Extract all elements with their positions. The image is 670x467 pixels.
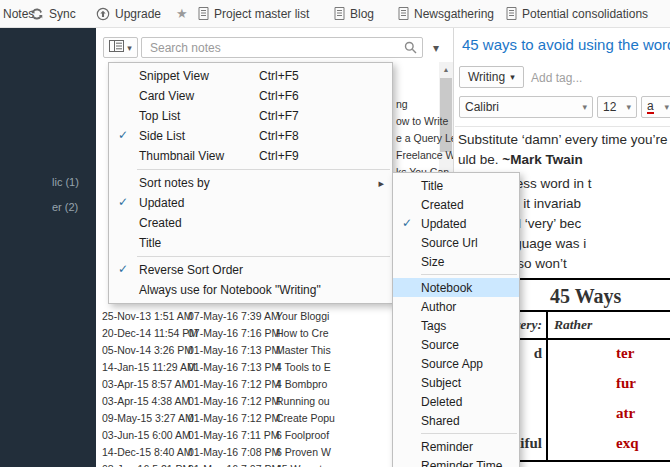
menu-item-snippet-view[interactable]: Snippet ViewCtrl+F5	[109, 66, 392, 86]
body-line: uld be. ~Mark Twain	[458, 152, 670, 172]
sidebar: lic (1) er (2)	[0, 28, 96, 467]
menu-item-sort-notes-by[interactable]: Sort notes by▸	[109, 173, 392, 193]
note-list-row[interactable]: 14-Dec-15 8:40 AM01-May-16 7:08 PM6 Prov…	[96, 444, 436, 461]
submenu-item-deleted[interactable]: Deleted	[393, 392, 519, 411]
note-icon	[334, 7, 345, 20]
shortcuts-star-icon: ★	[176, 0, 188, 27]
side-list-view-icon	[109, 40, 124, 55]
note-list-row[interactable]: 14-Jan-15 11:29 AM01-May-16 7:13 PM4 Too…	[96, 359, 436, 376]
note-title[interactable]: 45 ways to avoid using the word ‘	[462, 36, 670, 53]
caret-down-icon: ▾	[664, 102, 669, 112]
menu-separator	[421, 274, 517, 275]
menu-item-side-list[interactable]: ✓Side ListCtrl+F8	[109, 126, 392, 146]
note-title-fragment[interactable]: ow to Write	[396, 115, 448, 127]
upgrade-icon	[96, 7, 110, 21]
menu-item-sort-updated[interactable]: ✓Updated	[109, 193, 392, 213]
submenu-item-reminder[interactable]: Reminder	[393, 437, 519, 456]
note-title-fragment[interactable]: ng	[396, 98, 408, 110]
caret-down-icon: ▾	[433, 41, 439, 55]
top-toolbar: Notes Sync Upgrade ★ Project master list…	[0, 0, 670, 28]
submenu-item-notebook[interactable]: Notebook	[393, 278, 519, 297]
menu-item-card-view[interactable]: Card ViewCtrl+F6	[109, 86, 392, 106]
note-icon	[198, 7, 209, 20]
submenu-item-tags[interactable]: Tags	[393, 316, 519, 335]
menu-separator	[137, 256, 390, 257]
menu-separator	[137, 169, 390, 170]
note-list-row[interactable]: 25-Nov-13 1:51 AM07-May-16 7:39 AMYour B…	[96, 308, 436, 325]
sync-label: Sync	[49, 7, 76, 21]
toolbar-divider	[455, 126, 670, 127]
menu-item-sort-title[interactable]: Title	[109, 233, 392, 253]
note-list-row[interactable]: 20-Dec-14 11:54 PM07-May-16 7:16 PMHow t…	[96, 325, 436, 342]
sync-button[interactable]: Sync	[30, 0, 76, 27]
checkmark-icon: ✓	[118, 195, 128, 209]
submenu-item-subject[interactable]: Subject	[393, 373, 519, 392]
submenu-item-shared[interactable]: Shared	[393, 411, 519, 430]
submenu-item-created[interactable]: Created	[393, 195, 519, 214]
note-icon	[506, 7, 517, 20]
upgrade-button[interactable]: Upgrade	[96, 0, 161, 27]
add-tag-field[interactable]: Add tag...	[531, 71, 582, 85]
submenu-item-updated[interactable]: ✓Updated	[393, 214, 519, 233]
note-list-row[interactable]: 05-Nov-14 3:26 PM01-May-16 7:13 PMMaster…	[96, 342, 436, 359]
sort-notes-by-submenu: Title Created ✓Updated Source Url Size N…	[392, 172, 520, 467]
shortcut-blog[interactable]: Blog	[334, 0, 374, 27]
notebook-selector-button[interactable]: Writing ▾	[459, 66, 524, 88]
search-icon	[404, 41, 417, 57]
sync-icon	[30, 7, 44, 21]
note-icon	[398, 7, 409, 20]
submenu-item-source-app[interactable]: Source App	[393, 354, 519, 373]
font-size-select[interactable]: 12 ▾	[597, 96, 637, 118]
menu-item-top-list[interactable]: Top ListCtrl+F7	[109, 106, 392, 126]
submenu-item-size[interactable]: Size	[393, 252, 519, 271]
sidebar-notebook-item[interactable]: lic (1)	[52, 176, 79, 188]
submenu-item-reminder-time[interactable]: Reminder Time	[393, 456, 519, 467]
body-line: Substitute ‘damn’ every time you’re in	[458, 132, 670, 152]
menu-item-sort-created[interactable]: Created	[109, 213, 392, 233]
submenu-item-source[interactable]: Source	[393, 335, 519, 354]
caret-down-icon: ▾	[510, 72, 515, 82]
submenu-item-author[interactable]: Author	[393, 297, 519, 316]
font-color-button[interactable]: a ▾	[641, 96, 670, 118]
checkmark-icon: ✓	[118, 262, 128, 276]
checkmark-icon: ✓	[402, 216, 412, 230]
menu-item-thumbnail-view[interactable]: Thumbnail ViewCtrl+F9	[109, 146, 392, 166]
note-list-row[interactable]: 03-Apr-15 4:38 AM01-May-16 7:12 PMRunnin…	[96, 393, 436, 410]
menu-item-reverse-sort-order[interactable]: ✓Reverse Sort Order	[109, 260, 392, 280]
caret-down-icon: ▾	[582, 102, 587, 112]
search-options-caret[interactable]: ▾	[427, 37, 445, 58]
note-list-row[interactable]: 09-May-15 3:27 AM01-May-16 7:12 PMCreate…	[96, 410, 436, 427]
view-options-menu: Snippet ViewCtrl+F5 Card ViewCtrl+F6 Top…	[108, 62, 393, 304]
sidebar-notebook-item[interactable]: er (2)	[52, 201, 78, 213]
scrollbar-up-arrow-icon[interactable]: ▲	[439, 62, 453, 76]
note-title-fragment[interactable]: Freelance W	[396, 149, 454, 161]
menu-item-always-use-for-notebook[interactable]: Always use for Notebook "Writing"	[109, 280, 392, 300]
search-box	[141, 37, 423, 58]
upgrade-label: Upgrade	[115, 7, 161, 21]
checkmark-icon: ✓	[118, 128, 128, 142]
font-family-select[interactable]: Calibri ▾	[459, 96, 593, 118]
shortcut-project-master-list[interactable]: Project master list	[198, 0, 309, 27]
submenu-arrow-icon: ▸	[378, 177, 384, 190]
view-options-button[interactable]: ▾	[103, 37, 138, 58]
caret-down-icon: ▾	[626, 102, 631, 112]
caret-down-icon: ▾	[127, 43, 132, 53]
app-window: Notes Sync Upgrade ★ Project master list…	[0, 0, 670, 467]
search-input[interactable]	[141, 37, 423, 58]
note-list-row[interactable]: 03-Jun-15 6:00 AM01-May-16 7:11 PM6 Fool…	[96, 427, 436, 444]
menu-separator	[421, 433, 517, 434]
submenu-item-source-url[interactable]: Source Url	[393, 233, 519, 252]
note-title-fragment[interactable]: e a Query Le	[396, 132, 454, 144]
note-list-row[interactable]: 08-Jan-16 5:21 PM01-May-16 7:07 PM45 Way…	[96, 461, 436, 467]
shortcut-potential-consolidations[interactable]: Potential consolidations	[506, 0, 648, 27]
note-list-row[interactable]: 03-Apr-15 8:57 AM01-May-16 7:12 PM4 Bomb…	[96, 376, 436, 393]
shortcut-newsgathering[interactable]: Newsgathering	[398, 0, 494, 27]
note-list-rows: 25-Nov-13 1:51 AM07-May-16 7:39 AMYour B…	[96, 308, 436, 467]
submenu-item-title[interactable]: Title	[393, 176, 519, 195]
